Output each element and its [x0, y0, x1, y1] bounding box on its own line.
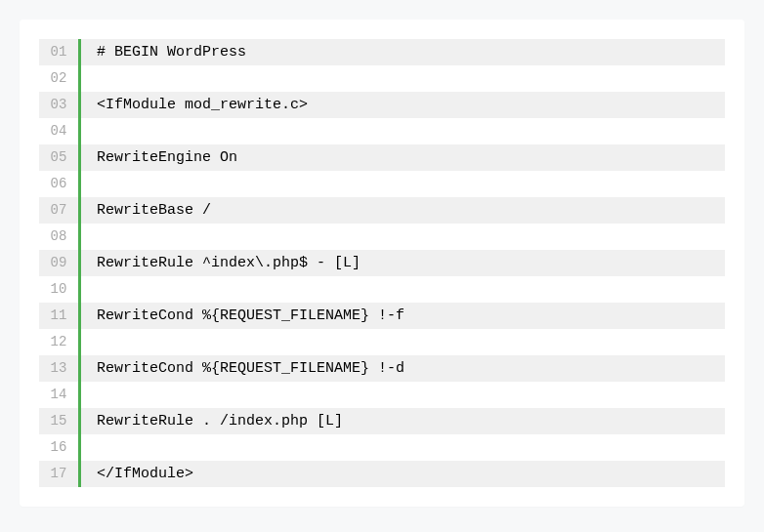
line-content — [81, 65, 725, 92]
line-content: </IfModule> — [81, 461, 725, 487]
line-content: RewriteRule ^index\.php$ - [L] — [81, 250, 725, 276]
code-line: 03 <IfModule mod_rewrite.c> — [39, 92, 725, 118]
line-content: RewriteCond %{REQUEST_FILENAME} !-f — [81, 303, 725, 329]
line-number: 02 — [39, 65, 78, 92]
code-line: 13 RewriteCond %{REQUEST_FILENAME} !-d — [39, 355, 725, 382]
line-number: 11 — [39, 303, 78, 329]
line-number: 14 — [39, 382, 78, 408]
code-line: 08 — [39, 224, 725, 250]
line-content: <IfModule mod_rewrite.c> — [81, 92, 725, 118]
line-number: 08 — [39, 224, 78, 250]
code-line: 05 RewriteEngine On — [39, 144, 725, 171]
code-line: 04 — [39, 118, 725, 144]
line-content — [81, 382, 725, 408]
line-number: 13 — [39, 355, 78, 382]
code-line: 01 # BEGIN WordPress — [39, 39, 725, 65]
line-number: 15 — [39, 408, 78, 434]
line-content: RewriteCond %{REQUEST_FILENAME} !-d — [81, 355, 725, 382]
line-number: 01 — [39, 39, 78, 65]
line-content — [81, 434, 725, 461]
code-line: 07 RewriteBase / — [39, 197, 725, 224]
line-number: 05 — [39, 144, 78, 171]
line-content — [81, 276, 725, 303]
line-content — [81, 171, 725, 197]
code-line: 02 — [39, 65, 725, 92]
line-number: 17 — [39, 461, 78, 487]
code-line: 10 — [39, 276, 725, 303]
line-content: # BEGIN WordPress — [81, 39, 725, 65]
line-number: 03 — [39, 92, 78, 118]
line-number: 07 — [39, 197, 78, 224]
line-number: 10 — [39, 276, 78, 303]
line-number: 04 — [39, 118, 78, 144]
code-line: 14 — [39, 382, 725, 408]
line-number: 06 — [39, 171, 78, 197]
code-line: 15 RewriteRule . /index.php [L] — [39, 408, 725, 434]
line-content — [81, 118, 725, 144]
code-line: 11 RewriteCond %{REQUEST_FILENAME} !-f — [39, 303, 725, 329]
code-line: 17 </IfModule> — [39, 461, 725, 487]
line-content: RewriteBase / — [81, 197, 725, 224]
line-content: RewriteRule . /index.php [L] — [81, 408, 725, 434]
code-line: 09 RewriteRule ^index\.php$ - [L] — [39, 250, 725, 276]
line-content: RewriteEngine On — [81, 144, 725, 171]
line-number: 16 — [39, 434, 78, 461]
code-line: 12 — [39, 329, 725, 355]
code-line: 06 — [39, 171, 725, 197]
code-line: 16 — [39, 434, 725, 461]
line-number: 09 — [39, 250, 78, 276]
line-content — [81, 224, 725, 250]
line-number: 12 — [39, 329, 78, 355]
code-block: 01 # BEGIN WordPress 02 03 <IfModule mod… — [20, 20, 744, 507]
line-content — [81, 329, 725, 355]
